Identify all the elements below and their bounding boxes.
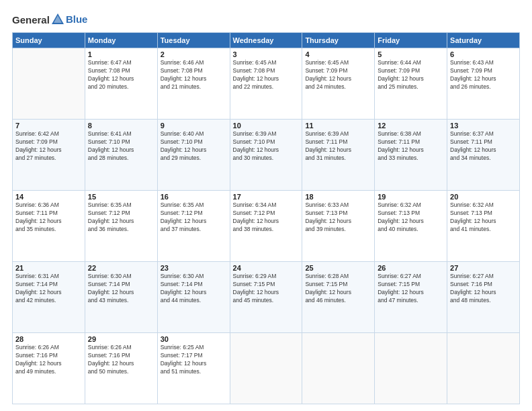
- calendar-header-wednesday: Wednesday: [230, 33, 302, 48]
- calendar-week-row: 14Sunrise: 6:36 AM Sunset: 7:11 PM Dayli…: [13, 191, 520, 262]
- calendar-cell: 26Sunrise: 6:27 AM Sunset: 7:15 PM Dayli…: [375, 262, 447, 333]
- day-number: 20: [450, 193, 517, 201]
- day-info: Sunrise: 6:43 AM Sunset: 7:09 PM Dayligh…: [450, 59, 517, 91]
- calendar-cell: 8Sunrise: 6:41 AM Sunset: 7:10 PM Daylig…: [85, 120, 157, 191]
- calendar-cell: 2Sunrise: 6:46 AM Sunset: 7:08 PM Daylig…: [157, 48, 230, 120]
- page: General Blue SundayMondayTuesdayWednesda…: [0, 0, 532, 411]
- calendar-cell: 9Sunrise: 6:40 AM Sunset: 7:10 PM Daylig…: [157, 120, 230, 191]
- calendar-cell: 30Sunrise: 6:25 AM Sunset: 7:17 PM Dayli…: [157, 333, 230, 404]
- day-info: Sunrise: 6:31 AM Sunset: 7:14 PM Dayligh…: [15, 273, 82, 305]
- day-number: 30: [161, 335, 227, 343]
- day-info: Sunrise: 6:32 AM Sunset: 7:13 PM Dayligh…: [378, 201, 444, 234]
- calendar-header-tuesday: Tuesday: [157, 33, 230, 48]
- day-number: 5: [378, 50, 444, 58]
- calendar-cell: 21Sunrise: 6:31 AM Sunset: 7:14 PM Dayli…: [13, 262, 85, 333]
- calendar-header-saturday: Saturday: [447, 33, 520, 48]
- calendar-cell: 23Sunrise: 6:30 AM Sunset: 7:14 PM Dayli…: [157, 262, 230, 333]
- calendar-header-sunday: Sunday: [13, 33, 85, 48]
- day-number: 17: [233, 193, 300, 201]
- day-info: Sunrise: 6:26 AM Sunset: 7:16 PM Dayligh…: [15, 344, 82, 376]
- day-number: 1: [88, 50, 154, 58]
- day-number: 24: [233, 264, 300, 272]
- day-number: 4: [305, 50, 371, 58]
- day-info: Sunrise: 6:47 AM Sunset: 7:08 PM Dayligh…: [88, 59, 154, 91]
- day-number: 22: [88, 264, 154, 272]
- day-info: Sunrise: 6:30 AM Sunset: 7:14 PM Dayligh…: [161, 273, 227, 305]
- calendar-header-monday: Monday: [85, 33, 157, 48]
- calendar-week-row: 21Sunrise: 6:31 AM Sunset: 7:14 PM Dayli…: [13, 262, 520, 333]
- day-number: 10: [233, 122, 300, 130]
- day-number: 13: [450, 122, 517, 130]
- calendar-cell: 10Sunrise: 6:39 AM Sunset: 7:10 PM Dayli…: [230, 120, 302, 191]
- day-info: Sunrise: 6:28 AM Sunset: 7:15 PM Dayligh…: [305, 273, 371, 305]
- day-info: Sunrise: 6:27 AM Sunset: 7:16 PM Dayligh…: [450, 273, 517, 305]
- day-number: 18: [305, 193, 371, 201]
- day-info: Sunrise: 6:35 AM Sunset: 7:12 PM Dayligh…: [88, 201, 154, 234]
- day-number: 27: [450, 264, 517, 272]
- calendar-cell: 14Sunrise: 6:36 AM Sunset: 7:11 PM Dayli…: [13, 191, 85, 262]
- day-info: Sunrise: 6:45 AM Sunset: 7:08 PM Dayligh…: [233, 59, 300, 91]
- day-info: Sunrise: 6:41 AM Sunset: 7:10 PM Dayligh…: [88, 130, 154, 163]
- day-number: 15: [88, 193, 154, 201]
- calendar-cell: 17Sunrise: 6:34 AM Sunset: 7:12 PM Dayli…: [230, 191, 302, 262]
- day-info: Sunrise: 6:40 AM Sunset: 7:10 PM Dayligh…: [161, 130, 227, 163]
- logo-icon: [50, 12, 65, 27]
- day-info: Sunrise: 6:37 AM Sunset: 7:11 PM Dayligh…: [450, 130, 517, 163]
- day-number: 6: [450, 50, 517, 58]
- calendar-cell: 25Sunrise: 6:28 AM Sunset: 7:15 PM Dayli…: [302, 262, 375, 333]
- day-info: Sunrise: 6:25 AM Sunset: 7:17 PM Dayligh…: [161, 344, 227, 376]
- day-info: Sunrise: 6:35 AM Sunset: 7:12 PM Dayligh…: [161, 201, 227, 234]
- logo-general: General: [12, 14, 50, 26]
- calendar-cell: 16Sunrise: 6:35 AM Sunset: 7:12 PM Dayli…: [157, 191, 230, 262]
- day-info: Sunrise: 6:42 AM Sunset: 7:09 PM Dayligh…: [15, 130, 82, 163]
- day-info: Sunrise: 6:39 AM Sunset: 7:11 PM Dayligh…: [305, 130, 371, 163]
- day-number: 9: [161, 122, 227, 130]
- calendar-cell: 13Sunrise: 6:37 AM Sunset: 7:11 PM Dayli…: [447, 120, 520, 191]
- calendar-cell: 5Sunrise: 6:44 AM Sunset: 7:09 PM Daylig…: [375, 48, 447, 120]
- calendar-cell: [447, 333, 520, 404]
- day-info: Sunrise: 6:46 AM Sunset: 7:08 PM Dayligh…: [161, 59, 227, 91]
- header: General Blue: [12, 12, 520, 27]
- day-number: 19: [378, 193, 444, 201]
- logo-blue: Blue: [66, 13, 88, 25]
- calendar-table: SundayMondayTuesdayWednesdayThursdayFrid…: [12, 32, 520, 404]
- day-info: Sunrise: 6:32 AM Sunset: 7:13 PM Dayligh…: [450, 201, 517, 234]
- calendar-cell: [13, 48, 85, 120]
- day-number: 28: [15, 335, 82, 343]
- day-info: Sunrise: 6:36 AM Sunset: 7:11 PM Dayligh…: [15, 201, 82, 234]
- calendar-cell: 22Sunrise: 6:30 AM Sunset: 7:14 PM Dayli…: [85, 262, 157, 333]
- calendar-cell: 15Sunrise: 6:35 AM Sunset: 7:12 PM Dayli…: [85, 191, 157, 262]
- day-info: Sunrise: 6:34 AM Sunset: 7:12 PM Dayligh…: [233, 201, 300, 234]
- day-info: Sunrise: 6:39 AM Sunset: 7:10 PM Dayligh…: [233, 130, 300, 163]
- calendar-cell: 28Sunrise: 6:26 AM Sunset: 7:16 PM Dayli…: [13, 333, 85, 404]
- calendar-cell: [302, 333, 375, 404]
- calendar-cell: 12Sunrise: 6:38 AM Sunset: 7:11 PM Dayli…: [375, 120, 447, 191]
- day-number: 29: [88, 335, 154, 343]
- day-number: 14: [15, 193, 82, 201]
- calendar-week-row: 28Sunrise: 6:26 AM Sunset: 7:16 PM Dayli…: [13, 333, 520, 404]
- calendar-week-row: 7Sunrise: 6:42 AM Sunset: 7:09 PM Daylig…: [13, 120, 520, 191]
- calendar-cell: 18Sunrise: 6:33 AM Sunset: 7:13 PM Dayli…: [302, 191, 375, 262]
- day-info: Sunrise: 6:44 AM Sunset: 7:09 PM Dayligh…: [378, 59, 444, 91]
- day-info: Sunrise: 6:38 AM Sunset: 7:11 PM Dayligh…: [378, 130, 444, 163]
- calendar-cell: 24Sunrise: 6:29 AM Sunset: 7:15 PM Dayli…: [230, 262, 302, 333]
- calendar-cell: 29Sunrise: 6:26 AM Sunset: 7:16 PM Dayli…: [85, 333, 157, 404]
- calendar-cell: 27Sunrise: 6:27 AM Sunset: 7:16 PM Dayli…: [447, 262, 520, 333]
- day-number: 3: [233, 50, 300, 58]
- calendar-cell: 3Sunrise: 6:45 AM Sunset: 7:08 PM Daylig…: [230, 48, 302, 120]
- day-number: 23: [161, 264, 227, 272]
- calendar-cell: [230, 333, 302, 404]
- day-number: 12: [378, 122, 444, 130]
- day-number: 25: [305, 264, 371, 272]
- calendar-cell: 20Sunrise: 6:32 AM Sunset: 7:13 PM Dayli…: [447, 191, 520, 262]
- calendar-header-row: SundayMondayTuesdayWednesdayThursdayFrid…: [13, 33, 520, 48]
- calendar-cell: 4Sunrise: 6:45 AM Sunset: 7:09 PM Daylig…: [302, 48, 375, 120]
- calendar-header-friday: Friday: [375, 33, 447, 48]
- day-info: Sunrise: 6:30 AM Sunset: 7:14 PM Dayligh…: [88, 273, 154, 305]
- day-info: Sunrise: 6:26 AM Sunset: 7:16 PM Dayligh…: [88, 344, 154, 376]
- day-info: Sunrise: 6:33 AM Sunset: 7:13 PM Dayligh…: [305, 201, 371, 234]
- calendar-cell: 11Sunrise: 6:39 AM Sunset: 7:11 PM Dayli…: [302, 120, 375, 191]
- day-number: 26: [378, 264, 444, 272]
- day-number: 11: [305, 122, 371, 130]
- day-info: Sunrise: 6:27 AM Sunset: 7:15 PM Dayligh…: [378, 273, 444, 305]
